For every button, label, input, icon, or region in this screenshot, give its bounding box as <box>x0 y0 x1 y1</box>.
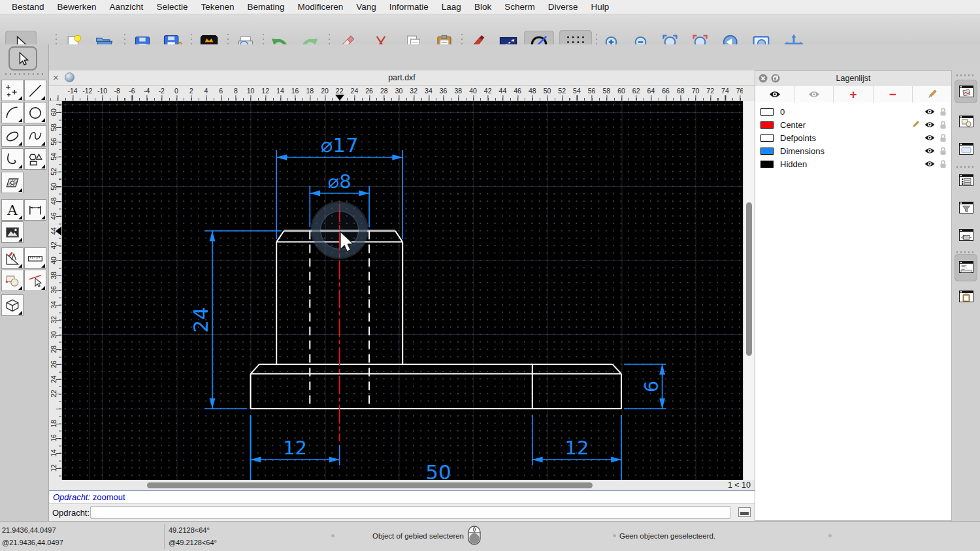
panel-close-icon[interactable] <box>759 74 768 83</box>
layer-lock-icon[interactable] <box>939 107 947 117</box>
add-layer-button[interactable]: + <box>834 86 873 102</box>
entity-list-dock-button[interactable] <box>955 168 977 192</box>
layer-row-dimensions[interactable]: Dimensions <box>755 144 951 157</box>
polylines-tool-button[interactable] <box>1 148 24 170</box>
menu-diverse[interactable]: Diverse <box>542 0 585 14</box>
layer-name[interactable]: Hidden <box>780 159 924 169</box>
library-browser-dock-button[interactable] <box>955 137 977 161</box>
measure-tool-button[interactable] <box>24 247 46 269</box>
menu-bestand[interactable]: Bestand <box>5 0 51 14</box>
command-input-row: Opdracht: <box>49 503 755 521</box>
hatch-tool-button[interactable] <box>1 172 24 193</box>
vertical-scrollbar-thumb[interactable] <box>746 202 752 356</box>
layer-lock-icon[interactable] <box>939 159 947 169</box>
layer-name[interactable]: Center <box>780 120 911 130</box>
v-ruler-label: 24 <box>50 375 57 383</box>
dimension-24[interactable]: 24 <box>189 231 282 409</box>
block-list-dock-button[interactable] <box>955 110 977 133</box>
part-outline[interactable] <box>251 231 622 409</box>
drawing-canvas[interactable]: ⌀17 ⌀8 24 12 <box>62 101 743 480</box>
polygons-tool-button[interactable] <box>24 148 46 170</box>
command-line-dock-button[interactable] <box>955 254 977 281</box>
h-ruler-label: 52 <box>558 87 566 95</box>
layer-list-dock-icon <box>959 86 973 98</box>
horizontal-scrollbar-thumb[interactable] <box>147 482 593 488</box>
h-ruler-label: 4 <box>204 87 208 95</box>
lines-tool-button[interactable] <box>24 80 46 101</box>
layer-visibility-icon[interactable] <box>924 134 935 142</box>
layer-list-dock-button[interactable] <box>955 80 977 103</box>
dimensions-tool-button[interactable] <box>24 199 46 221</box>
layer-panel-header: Lagenlijst <box>755 71 951 87</box>
image-tool-button[interactable] <box>1 221 24 243</box>
pen-palette-dock-button[interactable] <box>955 223 977 247</box>
show-all-layers-button[interactable] <box>755 86 794 102</box>
circles-tool-button[interactable] <box>24 102 46 123</box>
menu-scherm[interactable]: Scherm <box>498 0 542 14</box>
v-ruler-label: 26 <box>50 360 57 368</box>
drafting-tools-button[interactable] <box>1 247 24 269</box>
menu-vang[interactable]: Vang <box>350 0 383 14</box>
arcs-tool-button[interactable] <box>1 102 24 123</box>
panel-float-icon[interactable] <box>771 74 780 83</box>
command-input[interactable] <box>90 506 730 519</box>
menu-modificeren[interactable]: Modificeren <box>291 0 350 14</box>
layer-lock-icon[interactable] <box>939 146 947 156</box>
h-ruler-label: 6 <box>219 87 223 95</box>
command-keyboard-button[interactable] <box>738 507 751 517</box>
hide-all-layers-button[interactable] <box>794 86 834 102</box>
tab-close-icon[interactable]: × <box>53 72 59 84</box>
remove-layer-button[interactable]: − <box>874 86 913 102</box>
menu-informatie[interactable]: Informatie <box>383 0 435 14</box>
dimension-6[interactable]: 6 <box>624 364 666 409</box>
h-ruler-label: 16 <box>291 87 299 95</box>
layer-visibility-icon[interactable] <box>924 147 935 155</box>
layer-color-swatch[interactable] <box>760 134 774 142</box>
layer-lock-icon[interactable] <box>939 120 947 130</box>
menu-hulp[interactable]: Hulp <box>584 0 615 14</box>
layer-name[interactable]: Defpoints <box>780 133 924 143</box>
layer-row-center[interactable]: Center <box>755 118 951 131</box>
menu-bemating[interactable]: Bemating <box>240 0 291 14</box>
points-tool-button[interactable] <box>1 80 24 101</box>
v-ruler-label: 32 <box>50 316 57 324</box>
layer-color-swatch[interactable] <box>760 161 774 168</box>
circle-icon <box>27 105 43 121</box>
horizontal-scrollbar[interactable]: 1 < 10 <box>49 480 755 490</box>
menu-aanzicht[interactable]: Aanzicht <box>103 0 150 14</box>
dimension-12-right[interactable]: 12 <box>532 415 621 465</box>
vertical-scrollbar[interactable] <box>743 101 755 480</box>
menu-bewerken[interactable]: Bewerken <box>51 0 103 14</box>
layer-lock-icon[interactable] <box>939 133 947 143</box>
3d-views-button[interactable] <box>1 294 24 316</box>
splines-tool-button[interactable] <box>24 125 46 147</box>
layer-name[interactable]: Dimensions <box>780 146 924 156</box>
layer-row-defpoints[interactable]: Defpoints <box>755 131 951 144</box>
layer-name[interactable]: 0 <box>780 107 924 117</box>
layer-panel-title[interactable]: Lagenlijst <box>755 71 951 86</box>
layer-row-hidden[interactable]: Hidden <box>755 157 951 170</box>
absolute-coordinates: 21.9436,44.0497 <box>2 526 56 534</box>
select-entity-button[interactable] <box>24 270 46 291</box>
menu-laag[interactable]: Laag <box>435 0 468 14</box>
horizontal-ruler: -14-12-10-8-6-4-202468101214161820222426… <box>49 86 743 101</box>
layer-visibility-icon[interactable] <box>924 160 935 168</box>
filter-dock-button[interactable] <box>955 196 977 219</box>
menu-tekenen[interactable]: Tekenen <box>194 0 240 14</box>
layer-color-swatch[interactable] <box>760 121 774 129</box>
modify-tool-button[interactable] <box>1 270 24 291</box>
layer-row-0[interactable]: 0 <box>755 105 951 118</box>
layer-color-swatch[interactable] <box>760 108 774 116</box>
selection-pointer-button[interactable] <box>8 46 37 71</box>
edit-layer-button[interactable] <box>913 86 951 102</box>
layer-visibility-icon[interactable] <box>924 121 935 129</box>
dimension-12-left[interactable]: 12 <box>251 415 340 465</box>
layer-color-swatch[interactable] <box>760 148 774 155</box>
layer-visibility-icon[interactable] <box>924 108 935 116</box>
ellipses-tool-button[interactable] <box>1 125 24 147</box>
menu-selectie[interactable]: Selectie <box>150 0 194 14</box>
menu-blok[interactable]: Blok <box>468 0 498 14</box>
tab-title[interactable]: part.dxf <box>49 71 755 85</box>
clipboard-dock-button[interactable] <box>955 285 977 308</box>
text-tool-button[interactable]: A <box>1 199 24 221</box>
